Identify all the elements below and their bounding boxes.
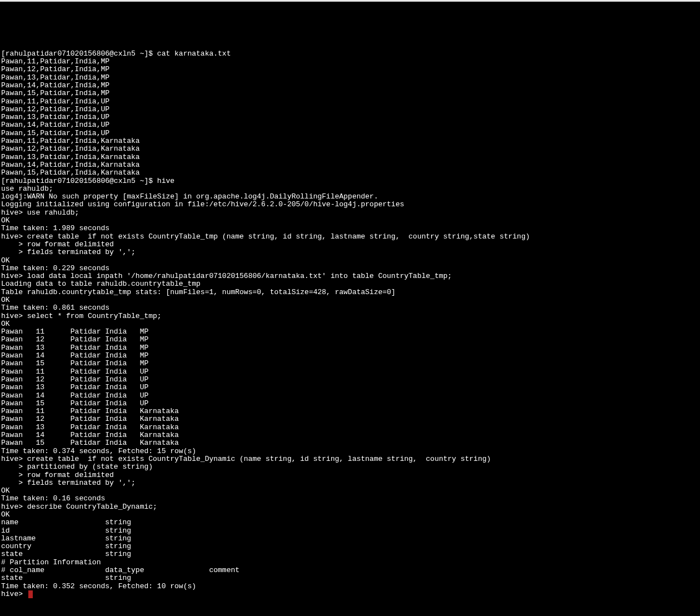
terminal-line: Pawan 11 Patidar India UP — [1, 368, 700, 376]
terminal-line: Pawan,13,Patidar,India,Karnataka — [1, 153, 700, 161]
terminal-line: Pawan,12,Patidar,India,UP — [1, 106, 700, 113]
terminal-line: OK — [1, 320, 700, 328]
terminal-line: Pawan,15,Patidar,India,MP — [1, 90, 700, 97]
terminal-line: Pawan,14,Patidar,India,UP — [1, 121, 700, 129]
terminal-line: OK — [1, 217, 700, 225]
terminal-line: # Partition Information — [1, 559, 700, 567]
terminal-line: # col_name data_type comment — [1, 567, 700, 574]
terminal-line: > partitioned by (state string) — [1, 463, 700, 471]
terminal-line: Time taken: 0.352 seconds, Fetched: 10 r… — [1, 583, 700, 590]
terminal-line: Time taken: 1.989 seconds — [1, 225, 700, 232]
terminal-line: hive> describe CountryTable_Dynamic; — [1, 503, 700, 511]
terminal-line: Time taken: 0.16 seconds — [1, 495, 700, 503]
terminal-line: hive> create table if not exists Country… — [1, 455, 700, 463]
terminal-line: Loading data to table rahuldb.countrytab… — [1, 280, 700, 288]
terminal-line: Time taken: 0.229 seconds — [1, 265, 700, 272]
terminal-line: Pawan 15 Patidar India Karnataka — [1, 439, 700, 447]
terminal-line: Pawan 13 Patidar India Karnataka — [1, 424, 700, 431]
terminal-line: > row format delimited — [1, 471, 700, 479]
terminal-line: Pawan 15 Patidar India UP — [1, 400, 700, 408]
terminal-line: Time taken: 0.374 seconds, Fetched: 15 r… — [1, 448, 700, 455]
terminal-line: use rahuldb; — [1, 185, 700, 193]
terminal-line: lastname string — [1, 535, 700, 543]
terminal-line: OK — [1, 487, 700, 495]
terminal-line: [rahulpatidar071020156806@cxln5 ~]$ cat … — [1, 50, 700, 58]
terminal-line: state string — [1, 574, 700, 582]
terminal-line: Pawan 14 Patidar India Karnataka — [1, 431, 700, 439]
terminal-line: > row format delimited — [1, 241, 700, 249]
terminal-line: Pawan,13,Patidar,India,UP — [1, 113, 700, 121]
terminal-line: Pawan 13 Patidar India UP — [1, 384, 700, 391]
terminal-line: Time taken: 0.861 seconds — [1, 304, 700, 312]
terminal-line: Pawan,15,Patidar,India,Karnataka — [1, 169, 700, 177]
terminal-line: Pawan 15 Patidar India MP — [1, 360, 700, 367]
terminal-line: Pawan,11,Patidar,India,Karnataka — [1, 137, 700, 145]
cursor-icon — [28, 590, 33, 598]
terminal-line: > fields terminated by ','; — [1, 479, 700, 487]
terminal-line: Table rahuldb.countrytable_tmp stats: [n… — [1, 289, 700, 296]
terminal-line: Pawan,14,Patidar,India,Karnataka — [1, 161, 700, 169]
terminal-line: Pawan 12 Patidar India MP — [1, 336, 700, 344]
terminal-line: OK — [1, 296, 700, 304]
terminal-line: hive> select * from CountryTable_tmp; — [1, 312, 700, 320]
terminal-line: Pawan,15,Patidar,India,UP — [1, 130, 700, 137]
terminal-line: Pawan 14 Patidar India MP — [1, 352, 700, 360]
terminal-line: OK — [1, 257, 700, 265]
terminal-line: > fields terminated by ','; — [1, 249, 700, 256]
terminal-line: hive> use rahuldb; — [1, 209, 700, 217]
terminal-line: Pawan 14 Patidar India UP — [1, 392, 700, 400]
terminal-line: OK — [1, 511, 700, 519]
terminal-line: Pawan,11,Patidar,India,MP — [1, 58, 700, 66]
terminal-line: Pawan,12,Patidar,India,Karnataka — [1, 145, 700, 153]
terminal-line: id string — [1, 527, 700, 535]
terminal-line: country string — [1, 543, 700, 550]
terminal-line: log4j:WARN No such property [maxFileSize… — [1, 193, 700, 201]
terminal-line: Pawan 11 Patidar India MP — [1, 328, 700, 336]
terminal-line: Pawan,14,Patidar,India,MP — [1, 82, 700, 90]
terminal-line: Logging initialized using configuration … — [1, 201, 700, 208]
terminal-line: [rahulpatidar071020156806@cxln5 ~]$ hive — [1, 177, 700, 185]
terminal-line: Pawan 13 Patidar India MP — [1, 344, 700, 352]
hive-prompt[interactable]: hive> — [1, 590, 700, 598]
terminal-line: Pawan 12 Patidar India UP — [1, 376, 700, 384]
terminal-line: Pawan,12,Patidar,India,MP — [1, 66, 700, 73]
terminal-line: Pawan 12 Patidar India Karnataka — [1, 415, 700, 423]
terminal-output[interactable]: [rahulpatidar071020156806@cxln5 ~]$ cat … — [1, 50, 700, 598]
terminal-line: Pawan,13,Patidar,India,MP — [1, 74, 700, 82]
terminal-line: hive> create table if not exists Country… — [1, 233, 700, 241]
terminal-line: hive> load data local inpath '/home/rahu… — [1, 272, 700, 280]
terminal-line: Pawan 11 Patidar India Karnataka — [1, 408, 700, 415]
terminal-line: state string — [1, 550, 700, 558]
terminal-line: Pawan,11,Patidar,India,UP — [1, 98, 700, 106]
terminal-line: name string — [1, 519, 700, 526]
